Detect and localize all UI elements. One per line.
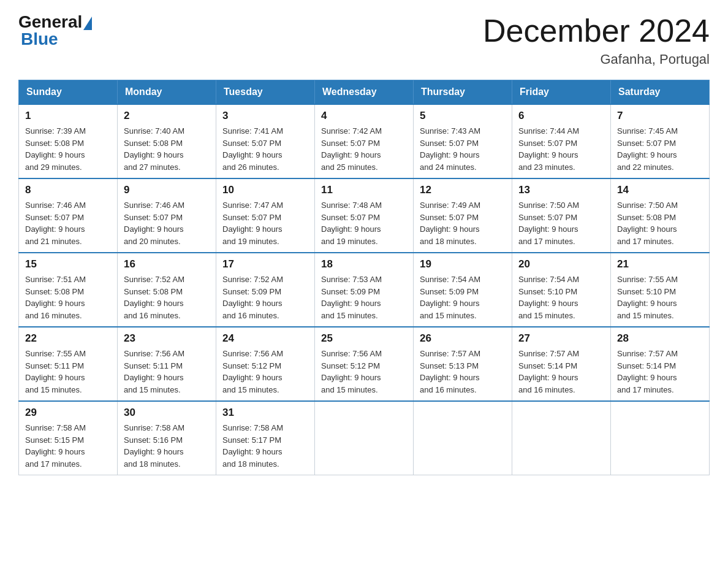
day-info-22: Sunrise: 7:55 AMSunset: 5:11 PMDaylight:… bbox=[25, 348, 111, 396]
day-number-23: 23 bbox=[124, 332, 210, 345]
day-info-25: Sunrise: 7:56 AMSunset: 5:12 PMDaylight:… bbox=[321, 348, 407, 396]
day-info-24: Sunrise: 7:56 AMSunset: 5:12 PMDaylight:… bbox=[222, 348, 308, 396]
day-cell-15: 15Sunrise: 7:51 AMSunset: 5:08 PMDayligh… bbox=[19, 253, 118, 327]
day-info-14: Sunrise: 7:50 AMSunset: 5:08 PMDaylight:… bbox=[617, 199, 703, 247]
day-info-11: Sunrise: 7:48 AMSunset: 5:07 PMDaylight:… bbox=[321, 199, 407, 247]
day-number-7: 7 bbox=[617, 110, 703, 122]
day-info-2: Sunrise: 7:40 AMSunset: 5:08 PMDaylight:… bbox=[124, 125, 210, 173]
day-number-1: 1 bbox=[25, 110, 111, 122]
day-cell-23: 23Sunrise: 7:56 AMSunset: 5:11 PMDayligh… bbox=[118, 327, 216, 401]
day-number-3: 3 bbox=[222, 110, 308, 122]
day-cell-17: 17Sunrise: 7:52 AMSunset: 5:09 PMDayligh… bbox=[216, 253, 315, 327]
day-cell-13: 13Sunrise: 7:50 AMSunset: 5:07 PMDayligh… bbox=[512, 178, 611, 253]
col-header-thursday: Thursday bbox=[414, 80, 512, 105]
day-cell-5: 5Sunrise: 7:43 AMSunset: 5:07 PMDaylight… bbox=[414, 104, 512, 178]
day-info-23: Sunrise: 7:56 AMSunset: 5:11 PMDaylight:… bbox=[124, 348, 210, 396]
logo-blue: Blue bbox=[21, 29, 58, 48]
day-info-4: Sunrise: 7:42 AMSunset: 5:07 PMDaylight:… bbox=[321, 125, 407, 173]
week-row-2: 8Sunrise: 7:46 AMSunset: 5:07 PMDaylight… bbox=[19, 178, 710, 253]
day-number-17: 17 bbox=[222, 258, 308, 270]
week-row-4: 22Sunrise: 7:55 AMSunset: 5:11 PMDayligh… bbox=[19, 327, 710, 401]
day-cell-12: 12Sunrise: 7:49 AMSunset: 5:07 PMDayligh… bbox=[414, 178, 512, 253]
col-header-wednesday: Wednesday bbox=[315, 80, 414, 105]
day-info-9: Sunrise: 7:46 AMSunset: 5:07 PMDaylight:… bbox=[124, 199, 210, 247]
day-cell-11: 11Sunrise: 7:48 AMSunset: 5:07 PMDayligh… bbox=[315, 178, 414, 253]
day-cell-30: 30Sunrise: 7:58 AMSunset: 5:16 PMDayligh… bbox=[118, 401, 216, 475]
day-number-27: 27 bbox=[518, 332, 604, 345]
calendar-header-row: SundayMondayTuesdayWednesdayThursdayFrid… bbox=[19, 80, 710, 105]
day-info-27: Sunrise: 7:57 AMSunset: 5:14 PMDaylight:… bbox=[518, 348, 604, 396]
day-number-22: 22 bbox=[25, 332, 111, 345]
col-header-monday: Monday bbox=[118, 80, 216, 105]
logo: General Blue bbox=[18, 12, 93, 49]
day-number-19: 19 bbox=[420, 258, 506, 270]
day-cell-8: 8Sunrise: 7:46 AMSunset: 5:07 PMDaylight… bbox=[19, 178, 118, 253]
day-info-21: Sunrise: 7:55 AMSunset: 5:10 PMDaylight:… bbox=[617, 274, 703, 321]
day-cell-27: 27Sunrise: 7:57 AMSunset: 5:14 PMDayligh… bbox=[512, 327, 611, 401]
day-info-1: Sunrise: 7:39 AMSunset: 5:08 PMDaylight:… bbox=[25, 125, 111, 173]
day-number-13: 13 bbox=[518, 184, 604, 196]
day-info-13: Sunrise: 7:50 AMSunset: 5:07 PMDaylight:… bbox=[518, 199, 604, 247]
day-cell-1: 1Sunrise: 7:39 AMSunset: 5:08 PMDaylight… bbox=[19, 104, 118, 178]
day-number-12: 12 bbox=[420, 184, 506, 196]
day-info-28: Sunrise: 7:57 AMSunset: 5:14 PMDaylight:… bbox=[617, 348, 703, 396]
day-info-29: Sunrise: 7:58 AMSunset: 5:15 PMDaylight:… bbox=[25, 422, 111, 470]
day-info-12: Sunrise: 7:49 AMSunset: 5:07 PMDaylight:… bbox=[420, 199, 506, 247]
col-header-friday: Friday bbox=[512, 80, 611, 105]
day-info-17: Sunrise: 7:52 AMSunset: 5:09 PMDaylight:… bbox=[222, 274, 308, 321]
col-header-tuesday: Tuesday bbox=[216, 80, 315, 105]
day-number-9: 9 bbox=[124, 184, 210, 196]
day-number-18: 18 bbox=[321, 258, 407, 270]
col-header-sunday: Sunday bbox=[19, 80, 118, 105]
day-number-4: 4 bbox=[321, 110, 407, 122]
location: Gafanha, Portugal bbox=[483, 52, 710, 67]
day-number-29: 29 bbox=[25, 407, 111, 419]
day-number-2: 2 bbox=[124, 110, 210, 122]
day-number-21: 21 bbox=[617, 258, 703, 270]
day-info-6: Sunrise: 7:44 AMSunset: 5:07 PMDaylight:… bbox=[518, 125, 604, 173]
day-cell-19: 19Sunrise: 7:54 AMSunset: 5:09 PMDayligh… bbox=[414, 253, 512, 327]
day-cell-21: 21Sunrise: 7:55 AMSunset: 5:10 PMDayligh… bbox=[611, 253, 710, 327]
week-row-5: 29Sunrise: 7:58 AMSunset: 5:15 PMDayligh… bbox=[19, 401, 710, 475]
day-number-14: 14 bbox=[617, 184, 703, 196]
day-cell-6: 6Sunrise: 7:44 AMSunset: 5:07 PMDaylight… bbox=[512, 104, 611, 178]
week-row-3: 15Sunrise: 7:51 AMSunset: 5:08 PMDayligh… bbox=[19, 253, 710, 327]
day-info-18: Sunrise: 7:53 AMSunset: 5:09 PMDaylight:… bbox=[321, 274, 407, 321]
day-number-20: 20 bbox=[518, 258, 604, 270]
day-cell-9: 9Sunrise: 7:46 AMSunset: 5:07 PMDaylight… bbox=[118, 178, 216, 253]
empty-cell bbox=[611, 401, 710, 475]
day-info-3: Sunrise: 7:41 AMSunset: 5:07 PMDaylight:… bbox=[222, 125, 308, 173]
day-cell-28: 28Sunrise: 7:57 AMSunset: 5:14 PMDayligh… bbox=[611, 327, 710, 401]
day-cell-16: 16Sunrise: 7:52 AMSunset: 5:08 PMDayligh… bbox=[118, 253, 216, 327]
day-info-31: Sunrise: 7:58 AMSunset: 5:17 PMDaylight:… bbox=[222, 422, 308, 470]
day-cell-26: 26Sunrise: 7:57 AMSunset: 5:13 PMDayligh… bbox=[414, 327, 512, 401]
calendar-table: SundayMondayTuesdayWednesdayThursdayFrid… bbox=[18, 80, 710, 475]
day-info-8: Sunrise: 7:46 AMSunset: 5:07 PMDaylight:… bbox=[25, 199, 111, 247]
day-number-5: 5 bbox=[420, 110, 506, 122]
day-number-15: 15 bbox=[25, 258, 111, 270]
empty-cell bbox=[414, 401, 512, 475]
day-info-20: Sunrise: 7:54 AMSunset: 5:10 PMDaylight:… bbox=[518, 274, 604, 321]
day-cell-10: 10Sunrise: 7:47 AMSunset: 5:07 PMDayligh… bbox=[216, 178, 315, 253]
day-number-10: 10 bbox=[222, 184, 308, 196]
day-cell-31: 31Sunrise: 7:58 AMSunset: 5:17 PMDayligh… bbox=[216, 401, 315, 475]
day-info-16: Sunrise: 7:52 AMSunset: 5:08 PMDaylight:… bbox=[124, 274, 210, 321]
day-number-24: 24 bbox=[222, 332, 308, 345]
day-number-26: 26 bbox=[420, 332, 506, 345]
day-cell-3: 3Sunrise: 7:41 AMSunset: 5:07 PMDaylight… bbox=[216, 104, 315, 178]
day-cell-14: 14Sunrise: 7:50 AMSunset: 5:08 PMDayligh… bbox=[611, 178, 710, 253]
empty-cell bbox=[512, 401, 611, 475]
day-number-16: 16 bbox=[124, 258, 210, 270]
day-cell-4: 4Sunrise: 7:42 AMSunset: 5:07 PMDaylight… bbox=[315, 104, 414, 178]
week-row-1: 1Sunrise: 7:39 AMSunset: 5:08 PMDaylight… bbox=[19, 104, 710, 178]
day-info-15: Sunrise: 7:51 AMSunset: 5:08 PMDaylight:… bbox=[25, 274, 111, 321]
day-number-30: 30 bbox=[124, 407, 210, 419]
empty-cell bbox=[315, 401, 414, 475]
day-cell-24: 24Sunrise: 7:56 AMSunset: 5:12 PMDayligh… bbox=[216, 327, 315, 401]
day-number-8: 8 bbox=[25, 184, 111, 196]
day-cell-2: 2Sunrise: 7:40 AMSunset: 5:08 PMDaylight… bbox=[118, 104, 216, 178]
day-info-7: Sunrise: 7:45 AMSunset: 5:07 PMDaylight:… bbox=[617, 125, 703, 173]
day-number-25: 25 bbox=[321, 332, 407, 345]
page-header: General Blue December 2024 Gafanha, Port… bbox=[18, 12, 710, 67]
day-number-11: 11 bbox=[321, 184, 407, 196]
